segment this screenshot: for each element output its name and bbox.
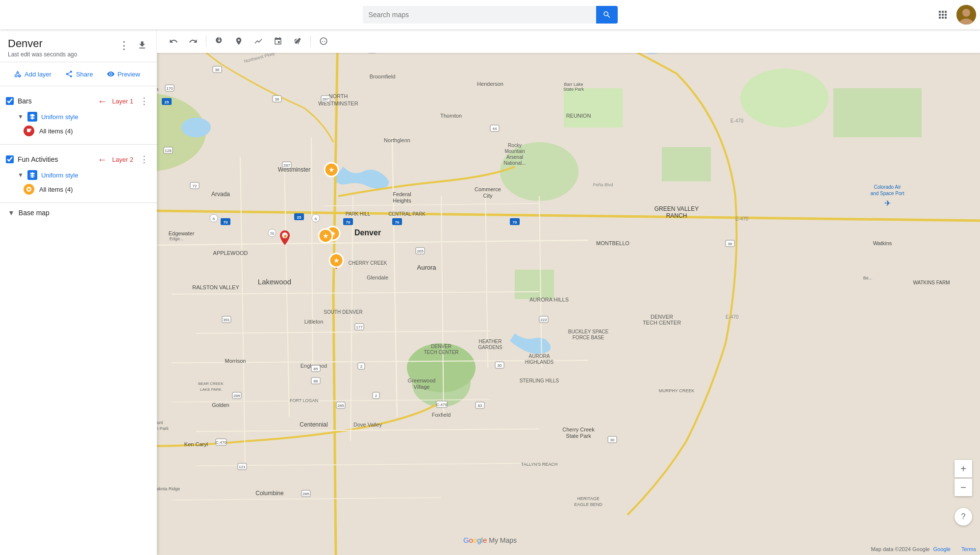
- svg-text:Arvada: Arvada: [211, 191, 230, 198]
- layer-bars-style-label: Uniform style: [41, 113, 78, 121]
- svg-text:Thornton: Thornton: [440, 113, 462, 119]
- layer-bars-style[interactable]: ▼ Uniform style: [0, 110, 157, 124]
- bar-pin-1[interactable]: 🍺: [278, 229, 292, 248]
- google-attribution-link[interactable]: Google: [933, 546, 951, 552]
- svg-text:STERLING HILLS: STERLING HILLS: [520, 378, 559, 383]
- svg-text:Northglenn: Northglenn: [384, 137, 410, 143]
- svg-text:Centennial: Centennial: [300, 421, 327, 428]
- svg-text:AURORA HILLS: AURORA HILLS: [529, 297, 569, 303]
- layer-bars-checkbox[interactable]: [6, 97, 14, 105]
- layer-fun-style[interactable]: ▼ Uniform style: [0, 168, 157, 182]
- svg-text:70: 70: [224, 220, 228, 225]
- svg-text:265: 265: [417, 249, 424, 253]
- svg-rect-7: [564, 88, 623, 127]
- fun-pin-1[interactable]: ★: [324, 162, 339, 179]
- svg-text:Commerce: Commerce: [475, 186, 501, 192]
- svg-text:CHERRY CREEK: CHERRY CREEK: [348, 260, 387, 266]
- redo-button[interactable]: [184, 32, 202, 50]
- svg-text:✈: ✈: [884, 199, 891, 207]
- svg-text:E-470: E-470: [726, 314, 739, 320]
- overflow-menu-button[interactable]: ⋮: [117, 37, 131, 54]
- terms-link[interactable]: Terms: [961, 546, 976, 552]
- svg-text:Peña Blvd: Peña Blvd: [593, 182, 613, 187]
- svg-text:Broomfield: Broomfield: [370, 74, 396, 79]
- project-title: Denver: [8, 37, 77, 50]
- svg-text:30: 30: [610, 438, 615, 442]
- svg-text:Cherry Creek: Cherry Creek: [562, 427, 595, 432]
- user-avatar[interactable]: [956, 5, 976, 25]
- svg-text:APPLEWOOD: APPLEWOOD: [213, 250, 248, 256]
- share-button[interactable]: Share: [59, 67, 99, 81]
- search-bar: [363, 6, 618, 24]
- marker-tool-button[interactable]: [230, 32, 248, 50]
- svg-text:E-470: E-470: [730, 118, 744, 124]
- search-button[interactable]: [596, 6, 618, 24]
- svg-text:391: 391: [223, 318, 230, 322]
- svg-point-9: [740, 69, 829, 127]
- layer-bars-items[interactable]: All items (4): [0, 124, 157, 138]
- save-to-drive-button[interactable]: [135, 38, 149, 53]
- svg-text:Denver: Denver: [354, 228, 381, 237]
- svg-text:★: ★: [323, 232, 329, 240]
- svg-text:Golden: Golden: [212, 402, 229, 408]
- svg-text:TECH CENTER: TECH CENTER: [643, 320, 681, 326]
- layer-fun-items[interactable]: All items (4): [0, 182, 157, 197]
- layer-fun-section: Fun Activities ← Layer 2 ⋮ ▼ Uniform sty…: [0, 145, 157, 203]
- layer2-arrow-icon: ←: [98, 154, 107, 165]
- preview-button[interactable]: Preview: [101, 67, 146, 81]
- polyline-tool-button[interactable]: [250, 32, 267, 50]
- svg-text:Dakota Ridge: Dakota Ridge: [153, 486, 180, 491]
- layer-bars-items-label: All items (4): [39, 127, 73, 135]
- svg-text:State Park: State Park: [566, 433, 591, 439]
- polygon-tool-button[interactable]: [269, 32, 287, 50]
- svg-text:CENTRAL PARK: CENTRAL PARK: [388, 211, 426, 217]
- svg-text:🍺: 🍺: [282, 233, 288, 239]
- svg-rect-8: [662, 147, 711, 181]
- more-tools-button[interactable]: [315, 32, 332, 50]
- apps-button[interactable]: [933, 5, 953, 25]
- expand-icon-basemap: ▼: [8, 209, 15, 217]
- add-layer-button[interactable]: Add layer: [8, 67, 57, 81]
- search-input[interactable]: [363, 6, 596, 24]
- svg-text:Watkins: Watkins: [873, 240, 892, 246]
- svg-text:287: 287: [322, 97, 329, 101]
- svg-text:C-470: C-470: [216, 440, 226, 445]
- fun-pin-2[interactable]: ★: [318, 228, 333, 246]
- ruler-tool-button[interactable]: [289, 32, 306, 50]
- svg-text:BEAR CREEK: BEAR CREEK: [198, 381, 224, 386]
- svg-text:287: 287: [283, 163, 290, 168]
- layer-bars-menu-button[interactable]: ⋮: [137, 94, 151, 108]
- layer-fun-menu-button[interactable]: ⋮: [137, 152, 151, 166]
- svg-text:AURORA: AURORA: [529, 353, 550, 359]
- layer2-annotation: Layer 2: [112, 156, 133, 163]
- zoom-controls: + −: [955, 460, 972, 496]
- undo-button[interactable]: [165, 32, 182, 50]
- svg-text:6: 6: [213, 217, 215, 221]
- svg-text:HEATHER: HEATHER: [478, 339, 502, 344]
- zoom-in-button[interactable]: +: [955, 460, 972, 478]
- layer-fun-items-label: All items (4): [39, 186, 73, 193]
- svg-text:285: 285: [337, 404, 344, 408]
- base-map-section[interactable]: ▼ Base map: [0, 203, 157, 223]
- svg-text:Be...: Be...: [863, 276, 873, 280]
- add-layer-label: Add layer: [25, 71, 51, 78]
- fun-pin-4[interactable]: ★: [328, 252, 344, 270]
- svg-text:MONTBELLO: MONTBELLO: [596, 240, 629, 246]
- layer1-arrow-icon: ←: [98, 96, 107, 107]
- svg-text:FORT LOGAN: FORT LOGAN: [290, 398, 318, 403]
- svg-text:70: 70: [270, 231, 275, 236]
- layer-fun-checkbox[interactable]: [6, 155, 14, 163]
- help-button[interactable]: ?: [955, 508, 972, 526]
- svg-text:RANCH: RANCH: [666, 212, 687, 219]
- zoom-out-button[interactable]: −: [955, 479, 972, 496]
- top-bar: [0, 0, 980, 29]
- svg-text:HERITAGE: HERITAGE: [577, 496, 599, 501]
- hand-tool-button[interactable]: [210, 32, 228, 50]
- svg-text:GREEN VALLEY: GREEN VALLEY: [654, 205, 699, 212]
- svg-text:PARK HILL: PARK HILL: [346, 211, 371, 217]
- svg-text:FORCE BASE: FORCE BASE: [573, 335, 604, 340]
- svg-text:WATKINS FARM: WATKINS FARM: [913, 280, 950, 285]
- svg-text:25: 25: [297, 215, 302, 220]
- svg-text:EAGLE BEND: EAGLE BEND: [574, 502, 603, 507]
- svg-text:Aurora: Aurora: [417, 264, 436, 271]
